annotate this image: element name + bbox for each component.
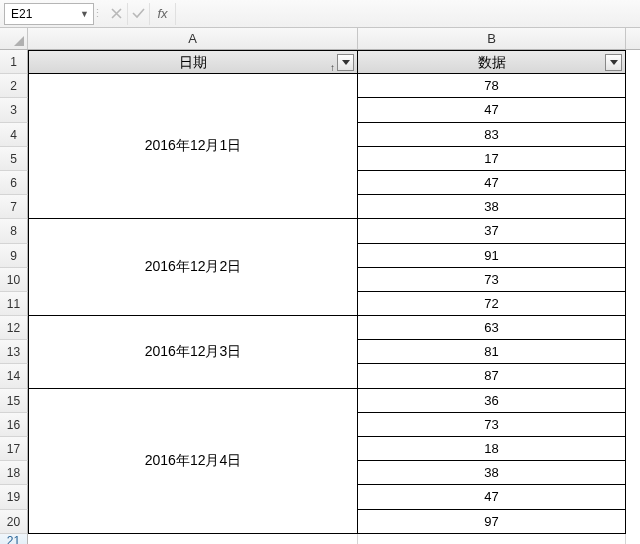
row-header[interactable]: 21 — [0, 534, 28, 544]
cell-B[interactable]: 72 — [358, 292, 626, 316]
chevron-down-icon[interactable]: ▼ — [80, 9, 89, 19]
cell-B[interactable]: 38 — [358, 461, 626, 485]
header-data-cell[interactable]: 数据 — [358, 50, 626, 74]
cell-B[interactable]: 63 — [358, 316, 626, 340]
cell-B[interactable]: 73 — [358, 268, 626, 292]
column-header-row: A B — [0, 28, 640, 50]
cell-B[interactable]: 36 — [358, 389, 626, 413]
cell-A[interactable] — [28, 534, 358, 544]
row-header[interactable]: 18 — [0, 461, 28, 485]
row-header[interactable]: 11 — [0, 292, 28, 316]
formula-bar: E21 ▼ ⋮ fx — [0, 0, 640, 28]
row-header[interactable]: 6 — [0, 171, 28, 195]
cell-B[interactable]: 73 — [358, 413, 626, 437]
header-date-cell[interactable]: 日期↑ — [28, 50, 358, 74]
cell-B[interactable]: 97 — [358, 510, 626, 534]
date-label: 2016年12月1日 — [145, 137, 242, 155]
formula-input[interactable] — [176, 3, 640, 25]
cell-B[interactable]: 18 — [358, 437, 626, 461]
cell-B[interactable]: 47 — [358, 171, 626, 195]
column-header-A[interactable]: A — [28, 28, 358, 49]
date-label: 2016年12月3日 — [145, 343, 242, 361]
row-header[interactable]: 13 — [0, 340, 28, 364]
fx-label[interactable]: fx — [150, 3, 176, 25]
formula-bar-buttons — [106, 3, 150, 25]
row-header[interactable]: 20 — [0, 510, 28, 534]
cell-B[interactable]: 37 — [358, 219, 626, 243]
cell-B[interactable]: 78 — [358, 74, 626, 98]
filter-button-A[interactable] — [337, 54, 354, 71]
row-header[interactable]: 14 — [0, 364, 28, 388]
row-header[interactable]: 17 — [0, 437, 28, 461]
row-header[interactable]: 2 — [0, 74, 28, 98]
merged-date-cell[interactable]: 2016年12月3日 — [28, 316, 358, 389]
merged-date-cell[interactable]: 2016年12月2日 — [28, 219, 358, 316]
cell-B[interactable] — [358, 534, 626, 544]
row-header[interactable]: 10 — [0, 268, 28, 292]
merged-date-cell[interactable]: 2016年12月1日 — [28, 74, 358, 219]
spreadsheet: A B 1日期↑数据278347483517647738837991107311… — [0, 28, 640, 544]
separator-icon: ⋮ — [94, 3, 100, 25]
column-header-B[interactable]: B — [358, 28, 626, 49]
header-data-label: 数据 — [478, 54, 506, 70]
filter-button-B[interactable] — [605, 54, 622, 71]
row-header[interactable]: 12 — [0, 316, 28, 340]
row-header[interactable]: 19 — [0, 485, 28, 509]
cell-B[interactable]: 87 — [358, 364, 626, 388]
cell-B[interactable]: 91 — [358, 244, 626, 268]
row-header[interactable]: 4 — [0, 123, 28, 147]
row-header[interactable]: 8 — [0, 219, 28, 243]
name-box-value: E21 — [11, 7, 80, 21]
header-date-label: 日期 — [179, 54, 207, 70]
cell-B[interactable]: 38 — [358, 195, 626, 219]
cell-B[interactable]: 17 — [358, 147, 626, 171]
merged-date-cell[interactable]: 2016年12月4日 — [28, 389, 358, 534]
cancel-icon[interactable] — [106, 3, 128, 25]
select-all-cell[interactable] — [0, 28, 28, 49]
row-header[interactable]: 7 — [0, 195, 28, 219]
name-box[interactable]: E21 ▼ — [4, 3, 94, 25]
cell-B[interactable]: 47 — [358, 98, 626, 122]
confirm-icon[interactable] — [128, 3, 150, 25]
sort-asc-icon[interactable]: ↑ — [330, 56, 335, 74]
row-header[interactable]: 5 — [0, 147, 28, 171]
cell-B[interactable]: 81 — [358, 340, 626, 364]
chevron-down-icon — [610, 60, 618, 65]
row-header[interactable]: 1 — [0, 50, 28, 74]
row-header[interactable]: 3 — [0, 98, 28, 122]
chevron-down-icon — [342, 60, 350, 65]
cell-B[interactable]: 47 — [358, 485, 626, 509]
date-label: 2016年12月2日 — [145, 258, 242, 276]
cell-B[interactable]: 83 — [358, 123, 626, 147]
row-header[interactable]: 9 — [0, 244, 28, 268]
row-header[interactable]: 15 — [0, 389, 28, 413]
date-label: 2016年12月4日 — [145, 452, 242, 470]
grid[interactable]: 1日期↑数据2783474835176477388379911073117212… — [0, 50, 640, 544]
row-header[interactable]: 16 — [0, 413, 28, 437]
